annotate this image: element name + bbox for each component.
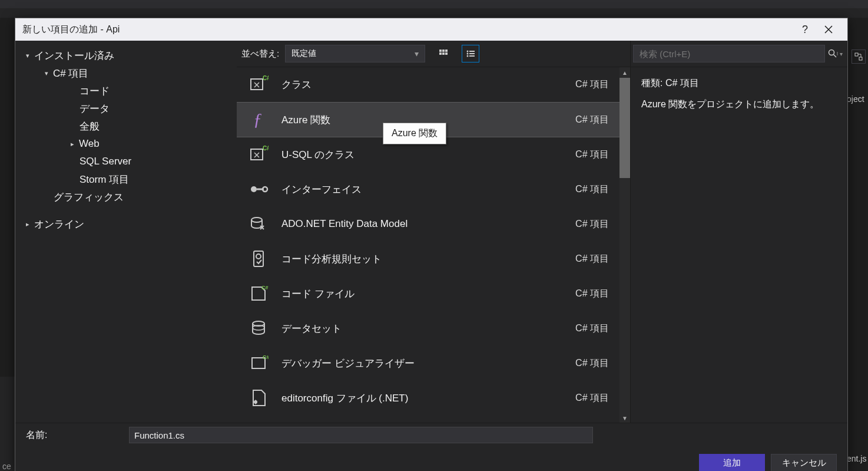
template-item[interactable]: C#コード ファイルC# 項目 [237, 276, 619, 311]
iface-icon [247, 178, 270, 200]
svg-rect-9 [469, 53, 475, 54]
template-category: C# 項目 [575, 357, 609, 370]
template-label: インターフェイス [281, 183, 575, 196]
template-category: C# 項目 [575, 149, 609, 161]
tooltip: Azure 関数 [383, 123, 446, 144]
template-label: コード ファイル [281, 287, 575, 301]
sort-bar: 並べ替え: 既定値 ▾ [237, 41, 630, 67]
category-tree: インストール済み C# 項目 コード データ 全般 Web SQL Server… [15, 41, 237, 423]
template-category: C# 項目 [575, 114, 609, 126]
rules-icon [247, 248, 270, 270]
tree-item-web[interactable]: Web [20, 135, 232, 153]
tree-item-general[interactable]: 全般 [20, 117, 232, 135]
editorcfg-icon [247, 387, 270, 409]
description-text: Azure 関数をプロジェクトに追加します。 [641, 97, 837, 112]
template-category: C# 項目 [575, 218, 609, 230]
tree-item-code[interactable]: コード [20, 82, 232, 100]
template-item[interactable]: インターフェイスC# 項目 [237, 172, 619, 207]
template-item[interactable]: C#クラスC# 項目 [237, 67, 619, 102]
name-label: 名前: [26, 429, 129, 442]
cfile-icon: C# [247, 282, 270, 305]
dbgvis-icon: C# [247, 352, 270, 374]
edm-icon [247, 213, 270, 235]
template-label: editorconfig ファイル (.NET) [281, 391, 575, 405]
svg-text:C#: C# [263, 75, 269, 81]
template-list[interactable]: C#クラスC# 項目ƒAzure 関数C# 項目C#U-SQL のクラスC# 項… [237, 67, 619, 423]
svg-point-30 [829, 50, 834, 55]
tree-installed[interactable]: インストール済み [20, 47, 232, 64]
svg-rect-1 [442, 50, 445, 52]
template-category: C# 項目 [575, 288, 609, 300]
template-item[interactable]: C#デバッガー ビジュアライザーC# 項目 [237, 346, 619, 381]
template-category: C# 項目 [575, 183, 609, 196]
template-category: C# 項目 [575, 392, 609, 404]
svg-rect-33 [859, 57, 862, 60]
scrollbar[interactable]: ▲ ▼ [619, 67, 630, 423]
sort-combo[interactable]: 既定値 ▾ [285, 45, 425, 62]
template-item[interactable]: コード分析規則セットC# 項目 [237, 242, 619, 276]
svg-point-22 [256, 254, 261, 259]
scroll-thumb[interactable] [619, 78, 630, 178]
tree-online[interactable]: オンライン [20, 215, 232, 233]
view-list-button[interactable] [462, 45, 479, 62]
bg-hint-ce: ce [2, 462, 11, 471]
scroll-down-button[interactable]: ▼ [619, 413, 630, 423]
svg-rect-3 [439, 52, 442, 55]
svg-point-8 [467, 53, 469, 55]
search-input[interactable] [633, 45, 825, 62]
func-icon: ƒ [247, 108, 270, 131]
tree-graphics[interactable]: グラフィックス [20, 188, 232, 206]
svg-point-10 [467, 55, 469, 57]
tree-item-storm[interactable]: Storm 項目 [20, 170, 232, 188]
svg-text:C#: C# [263, 145, 269, 151]
template-item[interactable]: ADO.NET Entity Data ModelC# 項目 [237, 207, 619, 242]
class-icon: C# [247, 143, 270, 166]
close-button[interactable] [817, 18, 840, 41]
svg-rect-7 [469, 51, 475, 52]
side-tool-icon[interactable] [852, 50, 866, 64]
kind-label: 種類: [641, 78, 662, 88]
svg-rect-4 [442, 52, 445, 55]
cancel-button[interactable]: キャンセル [771, 454, 837, 471]
svg-rect-11 [469, 55, 475, 57]
svg-rect-32 [855, 53, 858, 56]
add-button[interactable]: 追加 [699, 454, 765, 471]
class-icon: C# [247, 73, 270, 95]
name-input[interactable] [129, 427, 593, 443]
view-grid-button[interactable] [435, 45, 452, 62]
template-label: コード分析規則セット [281, 252, 575, 266]
svg-text:C#: C# [263, 354, 269, 360]
tree-csharp-items[interactable]: C# 項目 [20, 64, 232, 82]
description-panel: 種類: C# 項目 Azure 関数をプロジェクトに追加します。 [631, 67, 847, 120]
titlebar: 新しい項目の追加 - Api ? [15, 18, 847, 41]
template-item[interactable]: データセットC# 項目 [237, 311, 619, 346]
chevron-down-icon: ▾ [415, 49, 419, 58]
template-label: デバッガー ビジュアライザー [281, 357, 575, 370]
chevron-down-icon: ▾ [840, 51, 843, 57]
svg-point-17 [251, 186, 257, 192]
svg-text:ƒ: ƒ [253, 110, 262, 129]
svg-text:C#: C# [261, 285, 269, 291]
bg-hint-project: oject [847, 94, 868, 104]
template-category: C# 項目 [575, 78, 609, 91]
template-label: ADO.NET Entity Data Model [281, 218, 575, 230]
svg-rect-5 [445, 52, 448, 55]
tree-item-sqlserver[interactable]: SQL Server [20, 153, 232, 170]
dset-icon [247, 317, 270, 340]
template-category: C# 項目 [575, 253, 609, 265]
template-label: クラス [281, 78, 575, 91]
kind-value: C# 項目 [665, 78, 699, 88]
help-button[interactable]: ? [793, 18, 817, 41]
bg-hint-entjs: ent.js [847, 454, 868, 463]
template-label: データセット [281, 322, 575, 335]
scroll-up-button[interactable]: ▲ [619, 67, 630, 78]
tree-item-data[interactable]: データ [20, 100, 232, 117]
template-item[interactable]: editorconfig ファイル (.NET)C# 項目 [237, 381, 619, 416]
search-button[interactable]: ▾ [825, 45, 845, 62]
template-category: C# 項目 [575, 322, 609, 335]
svg-line-31 [833, 55, 836, 58]
sort-value: 既定値 [291, 48, 316, 59]
svg-point-20 [251, 218, 262, 222]
add-new-item-dialog: 新しい項目の追加 - Api ? インストール済み C# 項目 コード データ … [15, 18, 848, 471]
dialog-title: 新しい項目の追加 - Api [22, 24, 120, 36]
